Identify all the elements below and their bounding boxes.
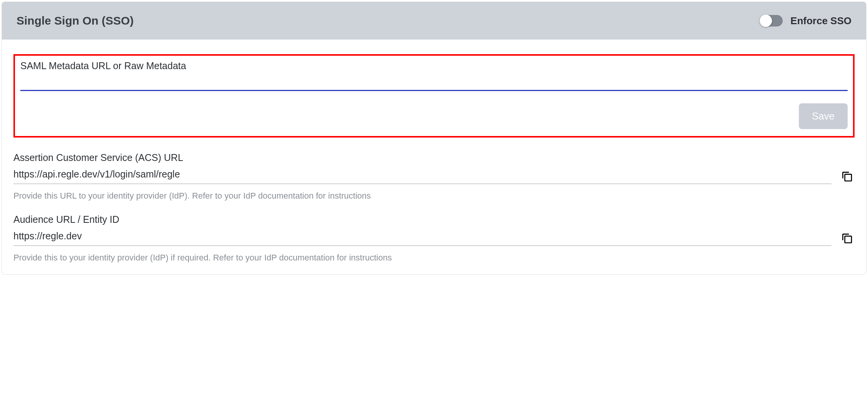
audience-copy-button[interactable]	[839, 231, 855, 246]
save-button[interactable]: Save	[799, 103, 848, 129]
card-title: Single Sign On (SSO)	[17, 14, 134, 27]
audience-row: https://regle.dev	[13, 231, 855, 246]
enforce-sso-toggle-wrap: Enforce SSO	[760, 15, 851, 27]
audience-field: Audience URL / Entity ID https://regle.d…	[13, 214, 855, 263]
acs-label: Assertion Customer Service (ACS) URL	[13, 152, 855, 163]
metadata-input[interactable]	[20, 74, 848, 91]
acs-value: https://api.regle.dev/v1/login/saml/regl…	[13, 169, 832, 184]
card-body: SAML Metadata URL or Raw Metadata Save A…	[2, 40, 866, 274]
audience-value: https://regle.dev	[13, 231, 832, 246]
acs-hint: Provide this URL to your identity provid…	[13, 191, 855, 201]
copy-icon	[841, 170, 853, 182]
metadata-highlight-box: SAML Metadata URL or Raw Metadata Save	[13, 54, 855, 138]
acs-row: https://api.regle.dev/v1/login/saml/regl…	[13, 169, 855, 184]
copy-icon	[841, 232, 853, 244]
toggle-knob	[760, 15, 772, 27]
save-row: Save	[20, 103, 848, 129]
sso-settings-card: Single Sign On (SSO) Enforce SSO SAML Me…	[2, 2, 866, 275]
acs-copy-button[interactable]	[839, 169, 855, 184]
audience-label: Audience URL / Entity ID	[13, 214, 855, 225]
metadata-label: SAML Metadata URL or Raw Metadata	[20, 60, 848, 71]
audience-hint: Provide this to your identity provider (…	[13, 253, 855, 263]
card-header: Single Sign On (SSO) Enforce SSO	[2, 2, 866, 40]
acs-field: Assertion Customer Service (ACS) URL htt…	[13, 152, 855, 201]
svg-rect-0	[845, 174, 851, 181]
enforce-sso-label: Enforce SSO	[790, 15, 851, 27]
svg-rect-1	[845, 236, 851, 243]
enforce-sso-toggle[interactable]	[760, 15, 783, 27]
